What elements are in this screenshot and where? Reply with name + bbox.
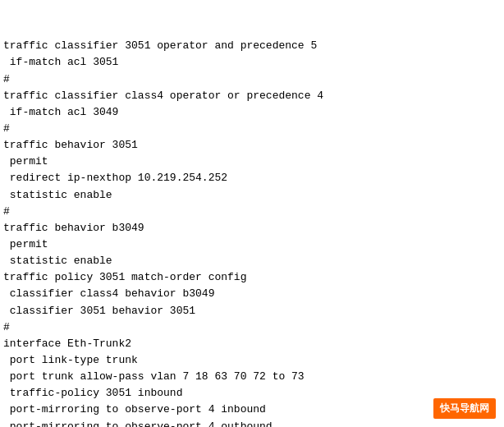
code-line: interface Eth-Trunk2 [3,336,501,352]
code-line: # [3,71,501,88]
code-line: traffic behavior b3049 [3,220,501,236]
code-line: traffic behavior 3051 [3,137,501,154]
code-line: traffic policy 3051 match-order config [3,269,501,286]
code-line: permit [3,154,501,170]
code-line: classifier 3051 behavior 3051 [3,303,501,319]
code-block: traffic classifier 3051 operator and pre… [3,5,501,427]
code-line: if-match acl 3049 [3,104,501,121]
code-line: # [3,204,501,220]
code-line: statistic enable [3,187,501,204]
code-line: port link-type trunk [3,352,501,369]
code-line: # [3,319,501,336]
code-line: port-mirroring to observe-port 4 inbound [3,402,501,418]
main-content: traffic classifier 3051 operator and pre… [0,0,504,427]
code-line: traffic classifier 3051 operator and pre… [3,38,501,54]
code-line: traffic classifier class4 operator or pr… [3,88,501,104]
code-line: port trunk allow-pass vlan 7 18 63 70 72… [3,369,501,385]
code-line: permit [3,236,501,253]
code-line: if-match acl 3051 [3,54,501,71]
code-line: port-mirroring to observe-port 4 outboun… [3,419,501,427]
code-line: traffic-policy 3051 inbound [3,385,501,402]
code-line: # [3,121,501,137]
watermark: 快马导航网 [433,398,496,419]
code-line: redirect ip-nexthop 10.219.254.252 [3,170,501,186]
code-line: classifier class4 behavior b3049 [3,286,501,302]
code-line: statistic enable [3,253,501,269]
